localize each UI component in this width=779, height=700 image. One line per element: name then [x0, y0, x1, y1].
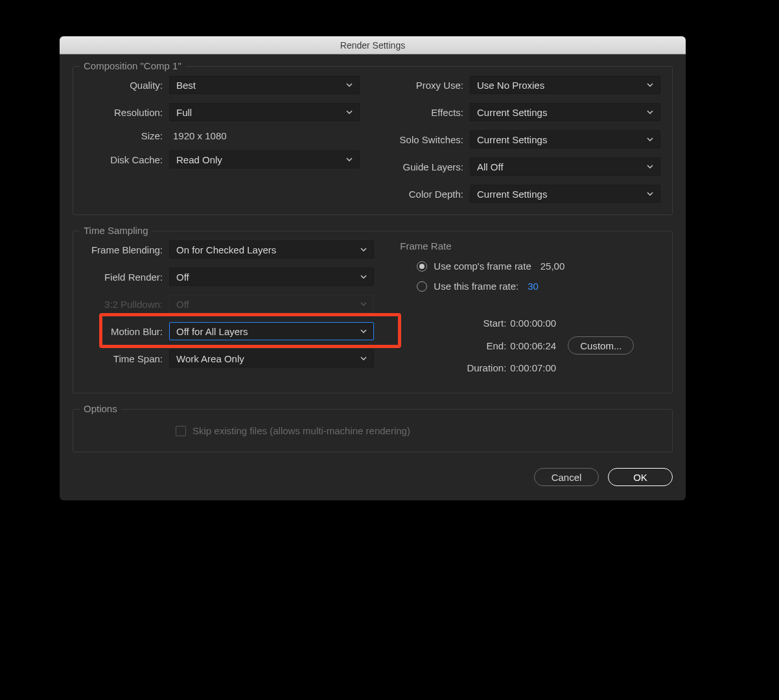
composition-right-col: Proxy Use: Use No Proxies Effects: Curre… [386, 76, 660, 203]
pulldown-value: Off [176, 299, 189, 310]
use-comp-label: Use comp's frame rate [434, 261, 531, 272]
chevron-down-icon [360, 274, 367, 280]
guide-label: Guide Layers: [386, 161, 470, 172]
time-sampling-group: Time Sampling Frame Blending: On for Che… [73, 231, 673, 393]
size-label: Size: [85, 130, 169, 141]
quality-dropdown[interactable]: Best [169, 76, 360, 94]
time-sampling-title: Time Sampling [80, 225, 152, 236]
chevron-down-icon [647, 109, 653, 115]
motion-blur-label: Motion Blur: [85, 326, 169, 337]
proxy-dropdown[interactable]: Use No Proxies [470, 76, 660, 94]
skip-files-checkbox [176, 426, 186, 436]
time-span-value: Work Area Only [176, 353, 244, 364]
end-value: 0:00:06:24 [510, 340, 556, 351]
disk-cache-value: Read Only [176, 154, 222, 165]
chevron-down-icon [360, 301, 367, 307]
chevron-down-icon [647, 163, 653, 170]
field-render-value: Off [176, 272, 189, 283]
use-this-value[interactable]: 30 [528, 281, 539, 292]
custom-button[interactable]: Custom... [568, 336, 634, 355]
time-span-dropdown[interactable]: Work Area Only [169, 349, 374, 368]
motion-blur-value: Off for All Layers [176, 326, 248, 337]
depth-dropdown[interactable]: Current Settings [470, 185, 660, 203]
frame-blending-dropdown[interactable]: On for Checked Layers [169, 240, 374, 259]
cancel-button[interactable]: Cancel [534, 468, 599, 486]
motion-blur-dropdown[interactable]: Off for All Layers [169, 322, 374, 340]
resolution-label: Resolution: [85, 107, 169, 118]
effects-dropdown[interactable]: Current Settings [470, 103, 660, 121]
start-label: Start: [458, 318, 510, 329]
field-render-label: Field Render: [85, 272, 169, 283]
duration-value: 0:00:07:00 [510, 362, 556, 373]
proxy-value: Use No Proxies [477, 80, 544, 91]
field-render-dropdown[interactable]: Off [169, 268, 374, 286]
depth-label: Color Depth: [386, 189, 470, 200]
solo-value: Current Settings [477, 134, 547, 145]
chevron-down-icon [360, 246, 367, 253]
skip-files-label: Skip existing files (allows multi-machin… [192, 425, 410, 436]
time-sampling-right: Frame Rate Use comp's frame rate 25,00 U… [400, 240, 660, 381]
options-group: Options Skip existing files (allows mult… [73, 409, 673, 452]
chevron-down-icon [647, 82, 653, 88]
use-this-label: Use this frame rate: [434, 281, 518, 292]
use-comp-radio[interactable] [417, 261, 427, 272]
use-this-radio[interactable] [417, 281, 427, 292]
dialog-content: Composition "Comp 1" Quality: Best Resol… [60, 54, 686, 500]
dialog-footer: Cancel OK [73, 468, 673, 486]
composition-left-col: Quality: Best Resolution: Full [85, 76, 360, 203]
dialog-titlebar: Render Settings [60, 36, 686, 54]
ok-button[interactable]: OK [608, 468, 673, 486]
size-value: 1920 x 1080 [169, 130, 227, 141]
effects-value: Current Settings [477, 107, 547, 118]
time-block: Start: 0:00:00:00 End: 0:00:06:24 Custom… [400, 318, 660, 373]
end-label: End: [458, 340, 510, 351]
chevron-down-icon [346, 109, 353, 115]
use-comp-value: 25,00 [541, 261, 565, 272]
proxy-label: Proxy Use: [386, 80, 470, 91]
dialog-title: Render Settings [340, 40, 405, 51]
disk-cache-label: Disk Cache: [85, 154, 169, 165]
duration-label: Duration: [458, 362, 510, 373]
chevron-down-icon [360, 328, 367, 334]
chevron-down-icon [647, 191, 653, 197]
start-value: 0:00:00:00 [510, 318, 556, 329]
solo-label: Solo Switches: [386, 134, 470, 145]
quality-label: Quality: [85, 80, 169, 91]
chevron-down-icon [346, 156, 353, 163]
guide-value: All Off [477, 161, 504, 172]
pulldown-dropdown: Off [169, 295, 374, 313]
render-settings-dialog: Render Settings Composition "Comp 1" Qua… [60, 36, 686, 500]
resolution-dropdown[interactable]: Full [169, 103, 360, 121]
effects-label: Effects: [386, 107, 470, 118]
chevron-down-icon [360, 355, 367, 362]
time-sampling-left: Frame Blending: On for Checked Layers Fi… [85, 240, 374, 381]
pulldown-label: 3:2 Pulldown: [85, 299, 169, 310]
chevron-down-icon [647, 136, 653, 143]
options-group-title: Options [80, 403, 121, 414]
resolution-value: Full [176, 107, 192, 118]
guide-dropdown[interactable]: All Off [470, 158, 660, 176]
chevron-down-icon [346, 82, 353, 88]
frame-blending-label: Frame Blending: [85, 244, 169, 255]
frame-rate-title: Frame Rate [400, 240, 660, 251]
solo-dropdown[interactable]: Current Settings [470, 130, 660, 148]
quality-value: Best [176, 80, 196, 91]
composition-group-title: Composition "Comp 1" [80, 60, 185, 71]
frame-blending-value: On for Checked Layers [176, 244, 276, 255]
time-span-label: Time Span: [85, 353, 169, 364]
disk-cache-dropdown[interactable]: Read Only [169, 150, 360, 169]
depth-value: Current Settings [477, 189, 547, 200]
composition-group: Composition "Comp 1" Quality: Best Resol… [73, 66, 673, 215]
